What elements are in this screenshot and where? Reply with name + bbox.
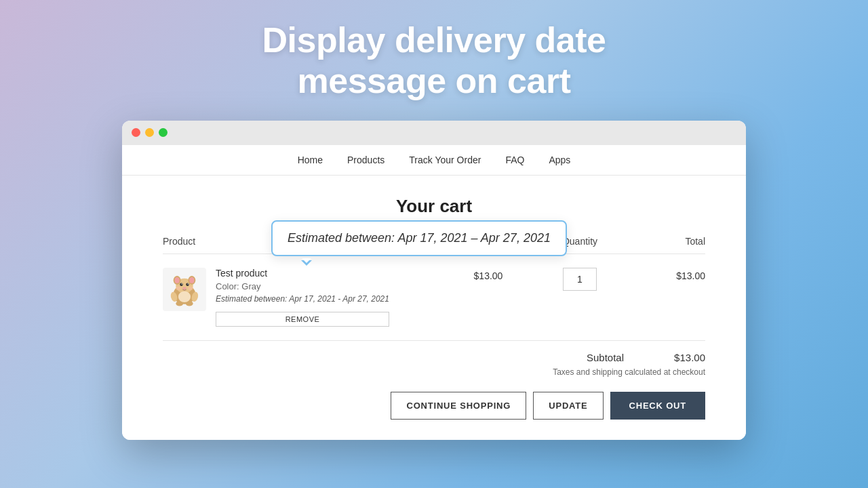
svg-point-6 bbox=[180, 283, 183, 286]
quantity-col bbox=[536, 268, 624, 291]
product-variant: Color: Gray bbox=[216, 281, 389, 291]
nav-bar: Home Products Track Your Order FAQ Apps bbox=[122, 145, 746, 176]
cart-item: Estimated between: Apr 17, 2021 – Apr 27… bbox=[163, 254, 705, 341]
item-total: $13.00 bbox=[624, 268, 705, 281]
svg-point-17 bbox=[178, 291, 191, 302]
close-dot bbox=[132, 128, 140, 137]
continue-shopping-button[interactable]: CONTINUE SHOPPING bbox=[391, 392, 526, 420]
product-image-hamster bbox=[165, 270, 204, 309]
svg-point-7 bbox=[186, 283, 189, 286]
svg-point-11 bbox=[176, 286, 180, 289]
subtotal-row: Subtotal $13.00 bbox=[587, 352, 705, 363]
svg-point-4 bbox=[175, 277, 180, 283]
tooltip-text: Estimated between: Apr 17, 2021 – Apr 27… bbox=[288, 231, 551, 245]
browser-chrome bbox=[122, 121, 746, 145]
nav-item-faq[interactable]: FAQ bbox=[505, 155, 524, 165]
subtotal-label: Subtotal bbox=[587, 352, 624, 363]
browser-window: Home Products Track Your Order FAQ Apps … bbox=[122, 121, 746, 440]
checkout-button[interactable]: CHECK OUT bbox=[610, 392, 705, 420]
maximize-dot bbox=[159, 128, 167, 137]
cart-title: Your cart bbox=[163, 196, 705, 217]
svg-point-9 bbox=[188, 283, 189, 284]
svg-point-5 bbox=[189, 277, 194, 283]
product-name: Test product bbox=[216, 268, 389, 279]
quantity-input[interactable] bbox=[563, 268, 597, 291]
nav-item-products[interactable]: Products bbox=[347, 155, 384, 165]
minimize-dot bbox=[145, 128, 154, 137]
browser-content: Home Products Track Your Order FAQ Apps … bbox=[122, 145, 746, 440]
tooltip-bubble: Estimated between: Apr 17, 2021 – Apr 27… bbox=[271, 220, 567, 256]
col-header-total: Total bbox=[624, 236, 705, 247]
subtotal-section: Subtotal $13.00 Taxes and shipping calcu… bbox=[163, 341, 705, 382]
nav-item-home[interactable]: Home bbox=[298, 155, 323, 165]
product-col: Test product Color: Gray Estimated betwe… bbox=[163, 268, 441, 327]
delivery-tooltip: Estimated between: Apr 17, 2021 – Apr 27… bbox=[271, 220, 567, 256]
nav-item-track-order[interactable]: Track Your Order bbox=[409, 155, 481, 165]
product-delivery-estimate: Estimated between: Apr 17, 2021 - Apr 27… bbox=[216, 294, 389, 304]
svg-point-12 bbox=[188, 286, 193, 289]
svg-point-10 bbox=[182, 287, 186, 289]
cart-section: Your cart Product Price Quantity Total E… bbox=[122, 176, 746, 440]
product-image bbox=[163, 268, 206, 311]
update-button[interactable]: UPDATE bbox=[533, 392, 603, 420]
nav-item-apps[interactable]: Apps bbox=[549, 155, 570, 165]
svg-point-8 bbox=[181, 283, 182, 284]
product-details: Test product Color: Gray Estimated betwe… bbox=[216, 268, 389, 327]
remove-button[interactable]: REMOVE bbox=[216, 312, 389, 327]
subtotal-value: $13.00 bbox=[665, 352, 705, 363]
action-buttons: CONTINUE SHOPPING UPDATE CHECK OUT bbox=[163, 382, 705, 426]
taxes-note: Taxes and shipping calculated at checkou… bbox=[553, 367, 705, 377]
hero-title: Display delivery date message on cart bbox=[262, 20, 606, 102]
item-price: $13.00 bbox=[441, 268, 536, 281]
